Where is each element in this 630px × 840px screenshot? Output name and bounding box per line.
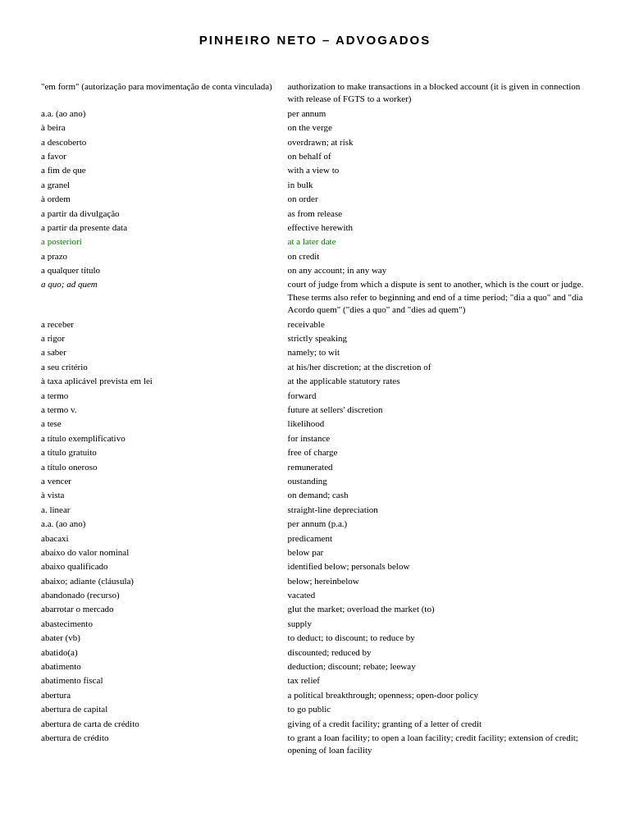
definition-cell: at his/her discretion; at the discretion… xyxy=(288,361,589,373)
list-item: a quo; ad quemcourt of judge from which … xyxy=(41,277,589,317)
term-cell: a termo xyxy=(41,390,288,402)
term-cell: à taxa aplicável prevista em lei xyxy=(41,375,288,387)
definition-cell: at a later date xyxy=(288,235,589,248)
term-cell: abarrotar o mercado xyxy=(41,603,288,615)
list-item: a partir da presente dataeffective herew… xyxy=(41,221,589,235)
definition-cell: straight-line depreciation xyxy=(288,504,589,516)
definition-cell: to grant a loan facility; to open a loan… xyxy=(288,732,589,757)
definition-cell: predicament xyxy=(288,532,589,545)
list-item: a rigorstrictly speaking xyxy=(41,331,589,345)
definition-cell: a political breakthrough; openness; open… xyxy=(288,689,589,701)
list-item: abertura de carta de créditogiving of a … xyxy=(41,717,589,731)
list-item: a termo v.future at sellers' discretion xyxy=(41,403,589,417)
term-cell: abaixo do valor nominal xyxy=(41,546,288,559)
list-item: aberturaa political breakthrough; openne… xyxy=(41,688,589,702)
definition-cell: strictly speaking xyxy=(288,332,589,345)
term-cell: abertura de crédito xyxy=(41,732,288,744)
list-item: a seu critérioat his/her discretion; at … xyxy=(41,360,589,374)
list-item: a favoron behalf of xyxy=(41,149,589,163)
term-cell: abandonado (recurso) xyxy=(41,589,288,601)
term-cell: a termo v. xyxy=(41,404,288,416)
definition-cell: forward xyxy=(288,390,589,402)
definition-cell: namely; to wit xyxy=(288,346,589,358)
definition-cell: overdrawn; at risk xyxy=(288,136,589,148)
term-cell: abaixo qualificado xyxy=(41,560,288,573)
term-cell: a quo; ad quem xyxy=(41,278,288,290)
term-cell: "em form" (autorização para movimentação… xyxy=(41,80,288,93)
definition-cell: at the applicable statutory rates xyxy=(288,375,589,387)
definition-cell: to go public xyxy=(288,703,589,715)
list-item: a fim de quewith a view to xyxy=(41,163,589,177)
term-cell: a favor xyxy=(41,150,288,162)
list-item: a.a. (ao ano)per annum xyxy=(41,107,589,121)
list-item: abertura de créditoto grant a loan facil… xyxy=(41,731,589,758)
term-cell: a partir da divulgação xyxy=(41,208,288,220)
term-cell: a posteriori xyxy=(41,235,288,248)
list-item: abatido(a)discounted; reduced by xyxy=(41,646,589,660)
term-cell: abertura xyxy=(41,689,288,701)
list-item: a título gratuitofree of charge xyxy=(41,445,589,459)
term-cell: a descoberto xyxy=(41,136,288,148)
list-item: abastecimentosupply xyxy=(41,617,589,631)
term-cell: a título gratuito xyxy=(41,446,288,459)
definition-cell: on any account; in any way xyxy=(288,264,589,276)
term-cell: a qualquer título xyxy=(41,264,288,276)
definition-cell: on order xyxy=(288,193,589,205)
term-cell: a.a. (ao ano) xyxy=(41,107,288,120)
definition-cell: below par xyxy=(288,546,589,559)
definition-cell: for instance xyxy=(288,432,589,445)
list-item: abaixo do valor nominalbelow par xyxy=(41,546,589,559)
definition-cell: supply xyxy=(288,618,589,630)
list-item: abandonado (recurso)vacated xyxy=(41,588,589,602)
term-cell: à beira xyxy=(41,121,288,134)
definition-cell: giving of a credit facility; granting of… xyxy=(288,718,589,730)
list-item: a teselikelihood xyxy=(41,417,589,431)
definition-cell: receivable xyxy=(288,318,589,331)
list-item: a sabernamely; to wit xyxy=(41,345,589,359)
list-item: a. linearstraight-line depreciation xyxy=(41,503,589,517)
term-cell: abertura de carta de crédito xyxy=(41,718,288,730)
page-title: PINHEIRO NETO – ADVOGADOS xyxy=(41,33,589,47)
definition-cell: on demand; cash xyxy=(288,489,589,501)
definition-cell: with a view to xyxy=(288,164,589,176)
list-item: à beiraon the verge xyxy=(41,121,589,135)
term-cell: abacaxi xyxy=(41,532,288,545)
term-cell: a vencer xyxy=(41,475,288,487)
term-cell: abastecimento xyxy=(41,618,288,630)
glossary-container: "em form" (autorização para movimentação… xyxy=(41,80,589,758)
term-cell: a partir da presente data xyxy=(41,221,288,234)
list-item: à vistaon demand; cash xyxy=(41,488,589,502)
list-item: a venceroustanding xyxy=(41,474,589,488)
definition-cell: glut the market; overload the market (to… xyxy=(288,603,589,615)
list-item: a prazoon credit xyxy=(41,249,589,263)
term-cell: a saber xyxy=(41,346,288,358)
term-cell: abertura de capital xyxy=(41,703,288,715)
term-cell: abatido(a) xyxy=(41,646,288,659)
term-cell: abaixo; adiante (cláusula) xyxy=(41,575,288,587)
list-item: a descobertooverdrawn; at risk xyxy=(41,135,589,149)
term-cell: abatimento xyxy=(41,660,288,673)
term-cell: a.a. (ao ano) xyxy=(41,518,288,530)
list-item: à taxa aplicável prevista em leiat the a… xyxy=(41,374,589,388)
definition-cell: deduction; discount; rebate; leeway xyxy=(288,660,589,673)
definition-cell: tax relief xyxy=(288,674,589,687)
list-item: à ordemon order xyxy=(41,192,589,206)
list-item: a.a. (ao ano)per annum (p.a.) xyxy=(41,517,589,531)
definition-cell: on behalf of xyxy=(288,150,589,162)
term-cell: a prazo xyxy=(41,250,288,262)
term-cell: à vista xyxy=(41,489,288,501)
definition-cell: effective herewith xyxy=(288,221,589,234)
term-cell: a seu critério xyxy=(41,361,288,373)
term-cell: abatimento fiscal xyxy=(41,674,288,687)
term-cell: a tese xyxy=(41,418,288,430)
definition-cell: in bulk xyxy=(288,179,589,191)
definition-cell: court of judge from which a dispute is s… xyxy=(288,278,589,316)
definition-cell: as from release xyxy=(288,208,589,220)
list-item: a granelin bulk xyxy=(41,178,589,192)
term-cell: a título exemplificativo xyxy=(41,432,288,445)
definition-cell: authorization to make transactions in a … xyxy=(288,80,589,106)
definition-cell: likelihood xyxy=(288,418,589,430)
list-item: a título onerosoremunerated xyxy=(41,460,589,474)
definition-cell: per annum xyxy=(288,107,589,120)
definition-cell: below; hereinbelow xyxy=(288,575,589,587)
